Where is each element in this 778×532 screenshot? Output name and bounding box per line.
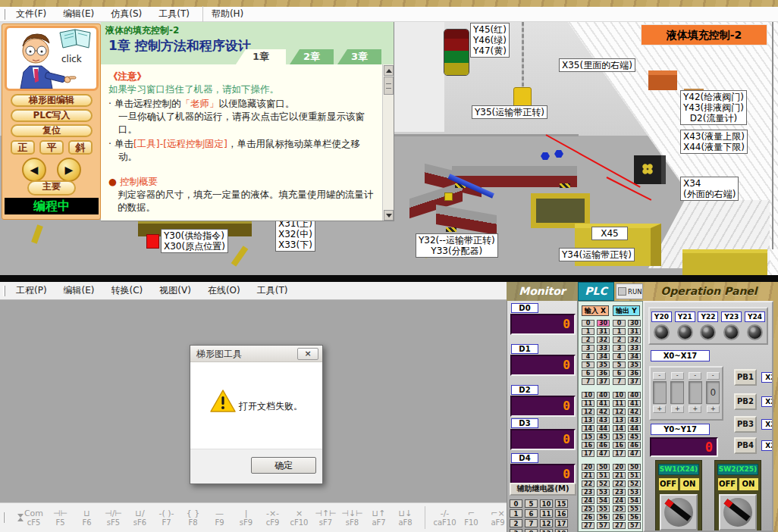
m-relay-cell[interactable]: 16 bbox=[555, 509, 568, 518]
input-x-cell[interactable]: 12 bbox=[582, 408, 594, 415]
scroll-thumb[interactable] bbox=[384, 77, 394, 95]
input-x-cell[interactable]: 10 bbox=[582, 392, 594, 399]
menu-item[interactable]: 仿真(S) bbox=[102, 6, 150, 22]
rotary-knob[interactable] bbox=[719, 494, 757, 530]
input-x-cell[interactable]: 7 bbox=[582, 378, 594, 385]
input-x-cell[interactable]: 24 bbox=[582, 497, 594, 504]
toolbar-button-cF5[interactable]: ComcF5 bbox=[20, 509, 47, 527]
menu-item[interactable]: 转换(C) bbox=[103, 283, 152, 299]
input-x-cell[interactable]: 42 bbox=[597, 408, 610, 415]
input-x-cell[interactable]: 6 bbox=[582, 370, 594, 377]
dialog-ok-button[interactable]: 确定 bbox=[251, 457, 316, 474]
output-y-cell[interactable]: 41 bbox=[628, 400, 641, 407]
tab-chapter-3[interactable]: 3章 bbox=[337, 49, 381, 64]
menu-item[interactable]: 工具(T) bbox=[150, 6, 198, 22]
output-y-cell[interactable]: 47 bbox=[628, 450, 641, 457]
input-x-cell[interactable]: 5 bbox=[582, 361, 594, 368]
push-button-PB2[interactable]: PB2 bbox=[734, 393, 757, 410]
m-relay-cell[interactable]: 10 bbox=[540, 499, 553, 508]
input-x-cell[interactable]: 4 bbox=[582, 353, 594, 360]
toolbar-button-sF9[interactable]: |sF9 bbox=[233, 509, 259, 527]
input-x-cell[interactable]: 46 bbox=[597, 442, 610, 449]
m-relay-cell[interactable]: 6 bbox=[525, 509, 538, 518]
thumbwheel-minus-button[interactable]: - bbox=[707, 372, 720, 380]
input-x-cell[interactable]: 32 bbox=[597, 336, 610, 343]
next-arrow-button[interactable]: ▶ bbox=[57, 158, 81, 182]
output-y-cell[interactable]: 13 bbox=[613, 417, 626, 424]
output-y-cell[interactable]: 50 bbox=[628, 464, 641, 471]
input-x-cell[interactable]: 22 bbox=[582, 480, 594, 487]
input-x-cell[interactable]: 2 bbox=[582, 336, 594, 343]
push-button-PB4[interactable]: PB4 bbox=[734, 437, 757, 454]
scroll-up-button[interactable] bbox=[384, 65, 394, 76]
push-button-PB3[interactable]: PB3 bbox=[734, 416, 757, 433]
toolbar-button-sF5[interactable]: ⊣/⊢sF5 bbox=[100, 509, 127, 527]
input-x-cell[interactable]: 27 bbox=[582, 522, 594, 529]
toolbar-grip[interactable] bbox=[3, 286, 5, 296]
output-y-cell[interactable]: 32 bbox=[628, 336, 641, 343]
input-x-cell[interactable]: 1 bbox=[582, 328, 594, 335]
output-y-cell[interactable]: 11 bbox=[613, 400, 626, 407]
m-relay-cell[interactable]: 1 bbox=[510, 509, 522, 518]
toolbar-button-F7[interactable]: -( )-F7 bbox=[153, 509, 180, 527]
lesson-scrollbar[interactable] bbox=[382, 64, 394, 221]
toolbar-button-F10[interactable]: ⌐F10 bbox=[458, 509, 485, 527]
toolbar-button-F9[interactable]: —F9 bbox=[206, 509, 233, 527]
input-x-cell[interactable]: 14 bbox=[582, 425, 594, 432]
view-flat-button[interactable]: 平 bbox=[39, 140, 64, 155]
menu-item[interactable]: 工程(P) bbox=[8, 283, 55, 299]
push-button-PB1[interactable]: PB1 bbox=[734, 369, 757, 386]
output-y-cell[interactable]: 17 bbox=[613, 450, 626, 457]
m-relay-cell[interactable]: 7 bbox=[525, 519, 538, 527]
menu-item[interactable]: 文件(F) bbox=[8, 6, 55, 22]
output-y-cell[interactable]: 6 bbox=[613, 370, 626, 377]
input-x-cell[interactable]: 11 bbox=[582, 400, 594, 407]
output-y-cell[interactable]: 5 bbox=[613, 361, 626, 368]
teacher-button[interactable]: click bbox=[5, 26, 99, 91]
output-y-cell[interactable]: 21 bbox=[613, 472, 626, 479]
view-front-button[interactable]: 正 bbox=[11, 140, 35, 155]
m-relay-cell[interactable]: 5 bbox=[525, 499, 538, 508]
toolbar-button-aF8[interactable]: ⊔↓aF8 bbox=[392, 509, 419, 527]
input-x-cell[interactable]: 40 bbox=[597, 392, 610, 399]
ladder-edit-button[interactable]: 梯形图编辑 bbox=[11, 94, 93, 107]
m-relay-cell[interactable]: 13 bbox=[540, 529, 553, 532]
menu-item[interactable]: 编辑(E) bbox=[55, 6, 102, 22]
thumbwheel-minus-button[interactable]: - bbox=[689, 372, 701, 380]
scroll-down-button[interactable] bbox=[384, 210, 394, 221]
input-x-cell[interactable]: 52 bbox=[597, 480, 610, 487]
output-y-cell[interactable]: 37 bbox=[628, 378, 641, 385]
input-x-cell[interactable]: 26 bbox=[582, 514, 594, 521]
input-x-cell[interactable]: 0 bbox=[582, 320, 594, 327]
thumbwheel-minus-button[interactable]: - bbox=[671, 372, 684, 380]
toolbar-button-cF9[interactable]: -×-cF9 bbox=[259, 509, 286, 527]
toolbar-button-F6[interactable]: ⊔F6 bbox=[74, 509, 100, 527]
m-relay-cell[interactable]: 3 bbox=[510, 529, 522, 532]
plc-write-button[interactable]: PLC写入 bbox=[11, 109, 93, 122]
m-relay-cell[interactable]: 2 bbox=[510, 519, 522, 527]
main-button[interactable]: 主要 bbox=[27, 180, 76, 196]
input-x-cell[interactable]: 25 bbox=[582, 505, 594, 512]
menu-item[interactable]: 视图(V) bbox=[151, 283, 199, 299]
aux-relay-button[interactable]: 辅助继电器(M) bbox=[510, 483, 576, 496]
toolbar-button-F5[interactable]: ⊣⊢F5 bbox=[47, 509, 74, 527]
input-x-cell[interactable]: 53 bbox=[597, 489, 610, 496]
menu-item[interactable]: 帮助(H) bbox=[202, 6, 252, 22]
input-x-cell[interactable]: 13 bbox=[582, 417, 594, 424]
input-x-cell[interactable]: 45 bbox=[597, 433, 610, 440]
output-y-cell[interactable]: 46 bbox=[628, 442, 641, 449]
run-checkbox[interactable] bbox=[618, 287, 626, 296]
menu-item[interactable]: 在线(O) bbox=[199, 283, 249, 299]
input-x-cell[interactable]: 55 bbox=[597, 505, 610, 512]
output-y-cell[interactable]: 26 bbox=[613, 514, 626, 521]
output-y-cell[interactable]: 51 bbox=[628, 472, 641, 479]
output-y-cell[interactable]: 44 bbox=[628, 425, 641, 432]
output-y-cell[interactable]: 10 bbox=[613, 392, 626, 399]
output-y-cell[interactable]: 30 bbox=[628, 320, 641, 327]
output-y-cell[interactable]: 57 bbox=[628, 522, 641, 529]
output-y-cell[interactable]: 3 bbox=[613, 345, 626, 352]
input-x-cell[interactable]: 35 bbox=[597, 361, 610, 368]
output-y-cell[interactable]: 33 bbox=[628, 345, 641, 352]
output-y-cell[interactable]: 34 bbox=[628, 353, 641, 360]
m-relay-cell[interactable]: 11 bbox=[540, 509, 553, 518]
